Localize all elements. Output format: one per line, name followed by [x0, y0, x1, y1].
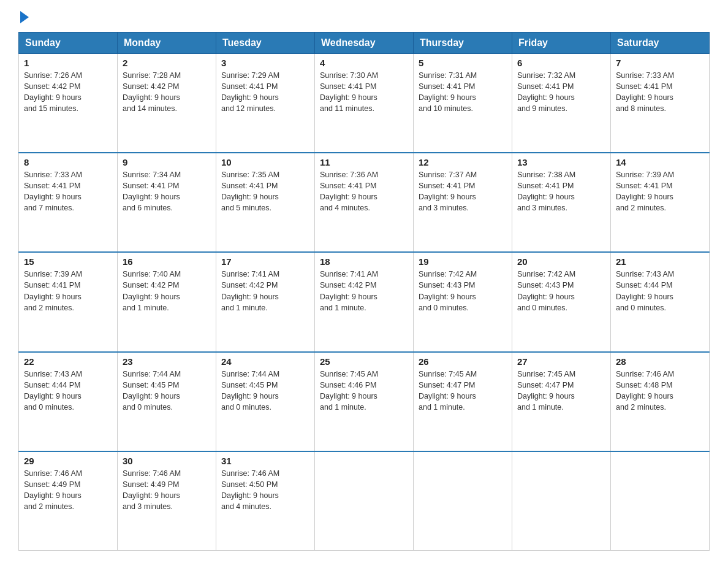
- day-number: 23: [123, 356, 211, 367]
- table-row: 25 Sunrise: 7:45 AMSunset: 4:46 PMDaylig…: [315, 352, 414, 451]
- table-row: 21 Sunrise: 7:43 AMSunset: 4:44 PMDaylig…: [611, 252, 710, 351]
- table-row: [315, 451, 414, 551]
- day-info: Sunrise: 7:41 AMSunset: 4:42 PMDaylight:…: [320, 269, 408, 313]
- day-info: Sunrise: 7:43 AMSunset: 4:44 PMDaylight:…: [616, 269, 704, 313]
- table-row: [512, 451, 611, 551]
- day-info: Sunrise: 7:43 AMSunset: 4:44 PMDaylight:…: [24, 369, 112, 413]
- day-number: 7: [616, 58, 704, 68]
- day-number: 27: [517, 356, 605, 367]
- table-row: 2 Sunrise: 7:28 AMSunset: 4:42 PMDayligh…: [118, 54, 216, 153]
- day-number: 19: [419, 256, 507, 267]
- day-number: 6: [517, 58, 605, 68]
- day-number: 20: [517, 256, 605, 267]
- day-number: 2: [123, 58, 211, 68]
- day-info: Sunrise: 7:46 AMSunset: 4:48 PMDaylight:…: [616, 369, 704, 413]
- table-row: 23 Sunrise: 7:44 AMSunset: 4:45 PMDaylig…: [118, 352, 216, 451]
- day-info: Sunrise: 7:34 AMSunset: 4:41 PMDaylight:…: [123, 169, 211, 214]
- day-number: 29: [24, 456, 112, 466]
- table-row: 11 Sunrise: 7:36 AMSunset: 4:41 PMDaylig…: [315, 153, 414, 252]
- table-row: 15 Sunrise: 7:39 AMSunset: 4:41 PMDaylig…: [19, 252, 118, 351]
- day-info: Sunrise: 7:35 AMSunset: 4:41 PMDaylight:…: [221, 169, 309, 214]
- calendar-header-row: Sunday Monday Tuesday Wednesday Thursday…: [19, 33, 710, 54]
- col-saturday: Saturday: [611, 33, 710, 54]
- day-info: Sunrise: 7:39 AMSunset: 4:41 PMDaylight:…: [24, 269, 112, 313]
- calendar-week-row: 15 Sunrise: 7:39 AMSunset: 4:41 PMDaylig…: [19, 252, 710, 351]
- table-row: 17 Sunrise: 7:41 AMSunset: 4:42 PMDaylig…: [216, 252, 315, 351]
- calendar-table: Sunday Monday Tuesday Wednesday Thursday…: [18, 32, 710, 551]
- day-number: 17: [221, 256, 309, 267]
- day-info: Sunrise: 7:45 AMSunset: 4:47 PMDaylight:…: [517, 369, 605, 413]
- day-number: 5: [419, 58, 507, 68]
- day-info: Sunrise: 7:40 AMSunset: 4:42 PMDaylight:…: [123, 269, 211, 313]
- table-row: 26 Sunrise: 7:45 AMSunset: 4:47 PMDaylig…: [414, 352, 512, 451]
- day-number: 28: [616, 356, 704, 367]
- day-number: 16: [123, 256, 211, 267]
- day-number: 21: [616, 256, 704, 267]
- table-row: 6 Sunrise: 7:32 AMSunset: 4:41 PMDayligh…: [512, 54, 611, 153]
- day-info: Sunrise: 7:42 AMSunset: 4:43 PMDaylight:…: [419, 269, 507, 313]
- calendar-week-row: 1 Sunrise: 7:26 AMSunset: 4:42 PMDayligh…: [19, 54, 710, 153]
- day-info: Sunrise: 7:45 AMSunset: 4:46 PMDaylight:…: [320, 369, 408, 413]
- day-number: 26: [419, 356, 507, 367]
- day-number: 24: [221, 356, 309, 367]
- day-info: Sunrise: 7:30 AMSunset: 4:41 PMDaylight:…: [320, 70, 408, 115]
- page: Sunday Monday Tuesday Wednesday Thursday…: [0, 0, 728, 563]
- calendar-week-row: 8 Sunrise: 7:33 AMSunset: 4:41 PMDayligh…: [19, 153, 710, 252]
- day-info: Sunrise: 7:28 AMSunset: 4:42 PMDaylight:…: [123, 70, 211, 115]
- table-row: 8 Sunrise: 7:33 AMSunset: 4:41 PMDayligh…: [19, 153, 118, 252]
- day-info: Sunrise: 7:36 AMSunset: 4:41 PMDaylight:…: [320, 169, 408, 214]
- day-number: 25: [320, 356, 408, 367]
- table-row: 9 Sunrise: 7:34 AMSunset: 4:41 PMDayligh…: [118, 153, 216, 252]
- col-thursday: Thursday: [414, 33, 512, 54]
- table-row: 28 Sunrise: 7:46 AMSunset: 4:48 PMDaylig…: [611, 352, 710, 451]
- logo: [18, 12, 29, 21]
- day-number: 18: [320, 256, 408, 267]
- table-row: 27 Sunrise: 7:45 AMSunset: 4:47 PMDaylig…: [512, 352, 611, 451]
- table-row: 22 Sunrise: 7:43 AMSunset: 4:44 PMDaylig…: [19, 352, 118, 451]
- table-row: 10 Sunrise: 7:35 AMSunset: 4:41 PMDaylig…: [216, 153, 315, 252]
- day-info: Sunrise: 7:41 AMSunset: 4:42 PMDaylight:…: [221, 269, 309, 313]
- table-row: 13 Sunrise: 7:38 AMSunset: 4:41 PMDaylig…: [512, 153, 611, 252]
- day-info: Sunrise: 7:29 AMSunset: 4:41 PMDaylight:…: [221, 70, 309, 115]
- day-info: Sunrise: 7:37 AMSunset: 4:41 PMDaylight:…: [419, 169, 507, 214]
- day-number: 22: [24, 356, 112, 367]
- day-number: 15: [24, 256, 112, 267]
- table-row: 1 Sunrise: 7:26 AMSunset: 4:42 PMDayligh…: [19, 54, 118, 153]
- day-info: Sunrise: 7:32 AMSunset: 4:41 PMDaylight:…: [517, 70, 605, 115]
- day-info: Sunrise: 7:39 AMSunset: 4:41 PMDaylight:…: [616, 169, 704, 214]
- table-row: 31 Sunrise: 7:46 AMSunset: 4:50 PMDaylig…: [216, 451, 315, 551]
- logo-triangle-icon: [20, 11, 29, 23]
- day-info: Sunrise: 7:46 AMSunset: 4:50 PMDaylight:…: [221, 468, 309, 513]
- header: [18, 12, 710, 21]
- col-monday: Monday: [118, 33, 216, 54]
- day-number: 11: [320, 157, 408, 167]
- table-row: 18 Sunrise: 7:41 AMSunset: 4:42 PMDaylig…: [315, 252, 414, 351]
- day-number: 9: [123, 157, 211, 167]
- table-row: 30 Sunrise: 7:46 AMSunset: 4:49 PMDaylig…: [118, 451, 216, 551]
- table-row: 12 Sunrise: 7:37 AMSunset: 4:41 PMDaylig…: [414, 153, 512, 252]
- day-info: Sunrise: 7:46 AMSunset: 4:49 PMDaylight:…: [123, 468, 211, 513]
- table-row: 4 Sunrise: 7:30 AMSunset: 4:41 PMDayligh…: [315, 54, 414, 153]
- day-info: Sunrise: 7:46 AMSunset: 4:49 PMDaylight:…: [24, 468, 112, 513]
- table-row: 19 Sunrise: 7:42 AMSunset: 4:43 PMDaylig…: [414, 252, 512, 351]
- col-friday: Friday: [512, 33, 611, 54]
- calendar-week-row: 29 Sunrise: 7:46 AMSunset: 4:49 PMDaylig…: [19, 451, 710, 551]
- day-number: 4: [320, 58, 408, 68]
- table-row: [611, 451, 710, 551]
- table-row: 7 Sunrise: 7:33 AMSunset: 4:41 PMDayligh…: [611, 54, 710, 153]
- table-row: 3 Sunrise: 7:29 AMSunset: 4:41 PMDayligh…: [216, 54, 315, 153]
- day-info: Sunrise: 7:45 AMSunset: 4:47 PMDaylight:…: [419, 369, 507, 413]
- day-number: 8: [24, 157, 112, 167]
- table-row: [414, 451, 512, 551]
- day-info: Sunrise: 7:26 AMSunset: 4:42 PMDaylight:…: [24, 70, 112, 115]
- table-row: 16 Sunrise: 7:40 AMSunset: 4:42 PMDaylig…: [118, 252, 216, 351]
- day-number: 3: [221, 58, 309, 68]
- calendar-week-row: 22 Sunrise: 7:43 AMSunset: 4:44 PMDaylig…: [19, 352, 710, 451]
- day-number: 14: [616, 157, 704, 167]
- day-number: 31: [221, 456, 309, 466]
- day-number: 10: [221, 157, 309, 167]
- col-tuesday: Tuesday: [216, 33, 315, 54]
- table-row: 20 Sunrise: 7:42 AMSunset: 4:43 PMDaylig…: [512, 252, 611, 351]
- table-row: 5 Sunrise: 7:31 AMSunset: 4:41 PMDayligh…: [414, 54, 512, 153]
- day-info: Sunrise: 7:31 AMSunset: 4:41 PMDaylight:…: [419, 70, 507, 115]
